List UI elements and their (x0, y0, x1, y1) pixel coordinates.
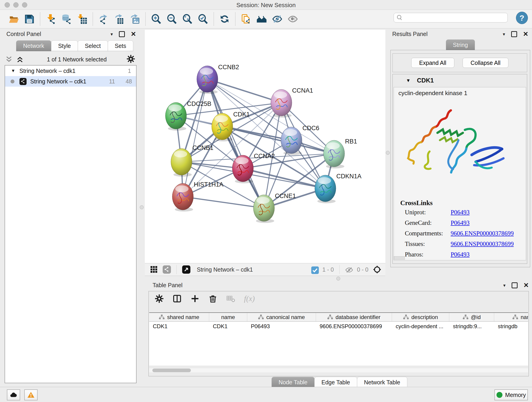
network-edge[interactable] (207, 79, 281, 103)
table-cell[interactable]: P06493 (247, 323, 316, 330)
hide-selected-icon[interactable] (271, 13, 283, 25)
refresh-icon[interactable] (218, 13, 231, 25)
right-splitter-handle[interactable] (386, 151, 390, 155)
column-header-namespace[interactable]: namespace (494, 313, 528, 321)
collapse-all-networks-icon[interactable] (5, 56, 13, 63)
crosslink-value-link[interactable]: P06493 (451, 251, 470, 258)
table-scrollbar-thumb[interactable] (152, 369, 191, 372)
expand-all-networks-icon[interactable] (16, 56, 24, 63)
column-header-canonical-name[interactable]: canonical name (247, 313, 316, 321)
column-header-database-identifier[interactable]: database identifier (316, 313, 392, 321)
birdseye-view-icon[interactable] (373, 265, 381, 274)
grid-view-icon[interactable] (150, 265, 158, 274)
table-cell[interactable]: stringdb (494, 323, 528, 330)
table-row[interactable]: CDK1CDK1P064939606.ENSP00000378699cyclin… (149, 322, 528, 331)
panel-close-icon[interactable]: ✕ (131, 32, 136, 36)
horizontal-scrollbar[interactable] (394, 256, 405, 260)
open-session-icon[interactable] (7, 13, 20, 25)
network-node-CCNE1[interactable]: CCNE1 (253, 192, 296, 223)
import-database-icon[interactable] (60, 13, 73, 25)
panel-menu-icon[interactable]: ▾ (110, 32, 113, 37)
table-cell[interactable]: cyclin-dependent ... (392, 323, 449, 330)
network-node-RB1[interactable]: RB1 (323, 138, 357, 168)
import-table-icon[interactable] (76, 13, 88, 25)
tab-edge-table[interactable]: Edge Table (314, 377, 357, 388)
search-input[interactable] (404, 14, 507, 21)
tab-style[interactable]: Style (51, 40, 78, 51)
crosslink-value-link[interactable]: P06493 (451, 209, 470, 216)
network-node-CDC6[interactable]: CDC6 (281, 125, 319, 155)
panel-float-icon[interactable] (119, 31, 125, 37)
network-edge[interactable] (183, 197, 264, 208)
panel-menu-icon[interactable]: ▾ (503, 283, 505, 288)
share-view-icon[interactable] (163, 265, 171, 274)
table-options-gear-icon[interactable] (155, 294, 164, 303)
panel-float-icon[interactable] (511, 31, 517, 37)
zoom-in-icon[interactable] (150, 13, 162, 25)
network-node-CCNB2[interactable]: CCNB2 (197, 64, 239, 94)
panel-menu-icon[interactable]: ▾ (503, 32, 505, 37)
delete-column-icon[interactable] (208, 294, 217, 303)
control-panel-tabs: NetworkStyleSelectSets (16, 40, 133, 51)
collection-expand-icon[interactable]: ▼ (11, 68, 15, 73)
expand-all-button[interactable]: Expand All (411, 58, 454, 68)
column-header-shared-name[interactable]: shared name (149, 313, 209, 321)
panel-close-icon[interactable]: ✕ (523, 32, 528, 36)
section-expand-icon[interactable]: ▼ (406, 78, 411, 83)
network-canvas[interactable]: CCNB2CCNA1CDC25BCDK1CDC6RB1CCNB1CCNA2CDK… (145, 30, 385, 263)
panel-close-icon[interactable]: ✕ (524, 283, 529, 288)
clone-network-icon[interactable] (240, 13, 252, 25)
search-box[interactable] (394, 13, 508, 22)
memory-button[interactable]: Memory (494, 389, 528, 400)
zoom-selected-icon[interactable] (197, 13, 209, 25)
network-node-CDKN1A[interactable]: CDKN1A (315, 173, 361, 203)
protein-section-header[interactable]: ▼ CDK1 (393, 74, 527, 87)
network-options-gear-icon[interactable] (127, 55, 135, 64)
results-panel-title: Results Panel (392, 31, 428, 37)
crosslink-value-link[interactable]: 9606.ENSP00000378699 (451, 230, 514, 237)
string-home-icon[interactable] (255, 13, 268, 25)
crosslink-value-link[interactable]: P06493 (451, 219, 470, 226)
table-scrollbar-track[interactable] (149, 368, 528, 372)
table-cell[interactable]: CDK1 (209, 323, 247, 330)
cloud-status-button[interactable] (7, 389, 20, 400)
show-columns-icon[interactable] (172, 294, 182, 303)
zoom-fit-icon[interactable] (181, 13, 194, 25)
tab-sets[interactable]: Sets (108, 40, 133, 51)
column-header-id[interactable]: @id (449, 313, 494, 321)
warnings-button[interactable] (24, 389, 38, 400)
save-session-icon[interactable] (23, 13, 36, 25)
export-network-icon[interactable] (97, 13, 110, 25)
show-all-icon[interactable] (287, 13, 299, 25)
column-header-name[interactable]: name (209, 313, 247, 321)
bottom-splitter-handle[interactable] (336, 277, 340, 281)
panel-float-icon[interactable] (512, 282, 518, 288)
help-button[interactable]: ? (516, 12, 528, 24)
tab-network-table[interactable]: Network Table (357, 377, 407, 388)
import-network-icon[interactable] (45, 13, 57, 25)
export-image-icon[interactable] (128, 13, 141, 25)
tab-network[interactable]: Network (16, 40, 51, 51)
collapse-all-button[interactable]: Collapse All (462, 58, 509, 68)
zoom-out-icon[interactable] (166, 13, 178, 25)
left-splitter-handle[interactable] (140, 205, 144, 209)
network-edge[interactable] (207, 79, 264, 208)
column-header-description[interactable]: description (392, 313, 449, 321)
tab-node-table[interactable]: Node Table (272, 377, 315, 388)
selected-checkbox-icon[interactable] (311, 266, 318, 273)
table-cell[interactable]: CDK1 (149, 323, 209, 330)
tab-select[interactable]: Select (78, 40, 108, 51)
network-collection-row[interactable]: ▼ String Network – cdk1 1 (5, 65, 136, 76)
node-label-HIST1H1A: HIST1H1A (194, 181, 223, 188)
table-cell[interactable]: stringdb:9... (449, 323, 494, 330)
tab-string[interactable]: String (446, 39, 475, 51)
export-table-icon[interactable] (113, 13, 125, 25)
crosslink-value-link[interactable]: 9606.ENSP00000378699 (451, 240, 514, 248)
main-toolbar: ? (0, 10, 532, 28)
network-node-HIST1H1A[interactable]: HIST1H1A (172, 181, 223, 211)
table-cell[interactable]: 9606.ENSP00000378699 (316, 323, 392, 330)
create-column-icon[interactable] (190, 294, 200, 303)
column-type-icon (512, 314, 518, 320)
detach-view-icon[interactable] (182, 265, 190, 274)
network-row[interactable]: String Network – cdk1 11 48 (5, 76, 136, 87)
